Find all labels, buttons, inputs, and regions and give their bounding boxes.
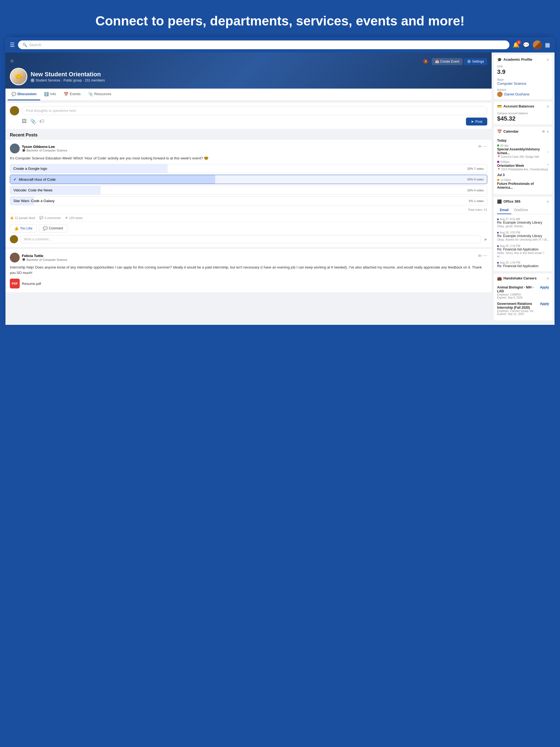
location-icon-2: 📍 (497, 168, 501, 171)
email-1-time: Aug 27, 8:41 AM (497, 217, 549, 221)
o365-tab-email[interactable]: Email (497, 206, 511, 214)
post2-time: 8h (478, 254, 482, 257)
poll-option-3[interactable]: Vidcode: Code the News 19% 4 votes (10, 186, 487, 195)
cal-dot-1 (497, 145, 499, 147)
settings-label: Settings (472, 60, 484, 63)
post1-more-icon[interactable]: ··· (483, 144, 487, 149)
like-button[interactable]: 👍 You Like (10, 224, 36, 232)
hero-title: Connect to peers, departments, services,… (11, 13, 549, 29)
nav-icons: 🔔 3 💬 ▦ (513, 41, 550, 49)
careers-title: 💼 Handshake Careers (497, 276, 536, 281)
careers-collapse-icon[interactable]: ∧ (546, 277, 549, 280)
send-icon: ➤ (471, 120, 474, 124)
poll-option-1[interactable]: Create a Google logo 33% 7 votes (10, 164, 487, 173)
cal-expand-2[interactable]: ⌃ (547, 164, 549, 167)
academic-profile-collapse-icon[interactable]: ∧ (546, 58, 549, 61)
poll-option-2[interactable]: ✔ Minecraft Hour of Code 43% 9 votes (10, 175, 487, 184)
attachment-icon[interactable]: 📎 (30, 119, 36, 124)
office365-collapse-icon[interactable]: ∧ (546, 200, 549, 203)
group-type: Public group (63, 78, 82, 82)
comment-button[interactable]: 💬 Comment (39, 224, 67, 232)
o365-tab-onedrive[interactable]: OneDrive (511, 206, 531, 214)
office365-icon: ⬛ (497, 199, 502, 204)
career-2-apply-button[interactable]: Apply (540, 302, 549, 306)
post2-author-row: Felicia Tuttle 🎓 Bachelor of Computer Sc… (10, 253, 67, 262)
advisor-value[interactable]: Daniel Dushane (497, 92, 549, 97)
search-bar[interactable]: 🔍 Search (18, 41, 509, 49)
calendar-collapse-icon[interactable]: ∧ (546, 130, 549, 133)
post2-author-info: Felicia Tuttle 🎓 Bachelor of Computer Sc… (22, 254, 67, 261)
right-sidebar: 🎓 Academic Profile ∧ GPA 3.9 Major Compu… (492, 52, 555, 325)
cal-event-2-name: Orientation Week ⌃ (497, 164, 549, 168)
notification-bell-wrap[interactable]: 🔔 3 (513, 42, 519, 48)
major-value[interactable]: Computer Science (497, 81, 549, 85)
poll-option-1-pct: 33% 7 votes (467, 167, 484, 170)
cal-expand-1[interactable]: ⌃ (547, 151, 549, 154)
calendar-icon: 📅 (497, 129, 502, 134)
user-avatar-nav[interactable] (533, 41, 542, 49)
composer-row: Post thoughts or questions here (10, 106, 487, 115)
hamburger-icon[interactable]: ☰ (10, 42, 15, 48)
pdf-icon: PDF (10, 279, 20, 288)
advisor-label: Advisor (497, 88, 549, 91)
post1-time: 4h (478, 145, 482, 148)
o365-tabs: Email OneDrive (494, 206, 552, 214)
tab-resources[interactable]: 📎 Resources (84, 88, 115, 100)
cal-event-1-loc: 📍 Edmund Clark 280, Dodge Hall (497, 155, 549, 158)
mute-icon[interactable]: 🔕 (423, 59, 429, 64)
careers-title-text: Handshake Careers (503, 276, 536, 280)
career-2-expires: Expires: Sep 12, 2020 (497, 312, 549, 315)
comment-input[interactable]: Write a comment... (20, 235, 482, 243)
email-1[interactable]: Aug 27, 8:41 AM Re: Example University L… (494, 216, 552, 229)
send-comment-icon[interactable]: ➤ (484, 237, 487, 242)
panel-icon[interactable]: ▦ (545, 42, 550, 48)
email-3-subject: Re: Financial Aid Application (497, 248, 549, 251)
composer-input[interactable]: Post thoughts or questions here (22, 106, 487, 115)
tab-resources-label: Resources (94, 92, 111, 96)
poll-option-2-pct: 43% 9 votes (467, 178, 484, 181)
email-3-time: Aug 25, 2:15 PM (497, 244, 549, 248)
post1-comments-stat: 💬 3 comments (40, 216, 61, 220)
hero-section: Connect to peers, departments, services,… (0, 0, 560, 37)
office365-card: ⬛ Office 365 ∧ Email OneDrive Aug 27, 8:… (494, 197, 552, 271)
careers-card: 💼 Handshake Careers ∧ Animal Biologist -… (494, 274, 552, 320)
poll-option-4[interactable]: Star Wars: Code a Galaxy 5% 1 votes (10, 196, 487, 205)
search-icon: 🔍 (22, 43, 27, 47)
main-layout: ☆ 🔕 📅 Create Event ⚙️ Settings (5, 52, 555, 325)
post1-views-text: 129 views (69, 216, 82, 220)
post2-more-icon[interactable]: ··· (483, 253, 487, 258)
comment-row: Write a comment... ➤ (10, 235, 487, 243)
career-1-expires: Expires: Sep 9, 2020 (497, 296, 549, 299)
settings-button[interactable]: ⚙️ Settings (464, 58, 487, 65)
search-placeholder: Search (29, 43, 41, 47)
tag-icon[interactable]: 🏷 (40, 119, 44, 124)
account-balances-title: 💳 Account Balances (497, 104, 534, 108)
tab-info[interactable]: ℹ️ Info (40, 88, 60, 100)
career-1-title: Animal Biologist - NIH - LAD (497, 285, 540, 293)
group-avatar: 🤝 (10, 68, 27, 85)
tab-discussion-icon: 💬 (11, 92, 16, 96)
create-event-button[interactable]: 📅 Create Event (432, 58, 463, 65)
group-text-info: New Student Orientation i Student Servic… (31, 71, 105, 82)
career-1-apply-button[interactable]: Apply (540, 285, 549, 289)
tab-discussion[interactable]: 💬 Discussion (8, 88, 40, 100)
post2-header: Felicia Tuttle 🎓 Bachelor of Computer Sc… (10, 253, 487, 262)
image-icon[interactable]: 🖼 (22, 119, 27, 124)
calendar-gear-icon[interactable]: ⚙ (542, 130, 545, 133)
post1-likes-text: 12 people liked (15, 216, 35, 220)
email-4-time: Aug 25, 1:43 PM (497, 261, 549, 264)
balance-icon: 💳 (497, 104, 502, 108)
tab-events[interactable]: 📅 Events (60, 88, 84, 100)
top-nav: ☰ 🔍 Search 🔔 3 💬 ▦ (5, 37, 555, 52)
post-button[interactable]: ➤ Post (466, 118, 487, 126)
star-icon[interactable]: ☆ (10, 58, 14, 64)
email-2[interactable]: Aug 26, 3:53 PM Re: Example University L… (494, 229, 552, 243)
email-3[interactable]: Aug 25, 2:15 PM Re: Financial Aid Applic… (494, 243, 552, 259)
chat-icon[interactable]: 💬 (523, 42, 530, 48)
poll-option-4-text: Star Wars: Code a Galaxy (14, 199, 55, 203)
account-balances-collapse-icon[interactable]: ∧ (546, 104, 549, 108)
email-4[interactable]: Aug 25, 1:43 PM Re: Financial Aid Applic… (494, 259, 552, 269)
cal-event-jul3-time: 12:00pm (497, 179, 549, 182)
email-1-preview: Okay, great, thanks. (497, 225, 549, 228)
calendar-header: 📅 Calendar ⚙ ∧ (494, 127, 552, 136)
